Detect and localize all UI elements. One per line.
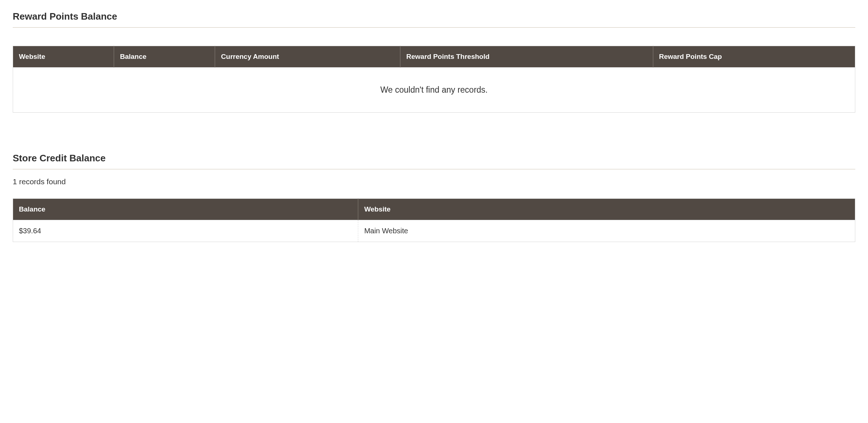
table-header-row: Balance Website	[13, 199, 855, 220]
table-header-row: Website Balance Currency Amount Reward P…	[13, 46, 855, 68]
store-credit-title: Store Credit Balance	[13, 153, 855, 164]
cell-balance: $39.64	[13, 220, 358, 242]
empty-row: We couldn't find any records.	[13, 68, 855, 113]
col-cap[interactable]: Reward Points Cap	[653, 46, 855, 68]
divider	[13, 169, 855, 169]
col-balance[interactable]: Balance	[114, 46, 215, 68]
empty-message: We couldn't find any records.	[13, 68, 855, 113]
records-found-label: 1 records found	[13, 177, 855, 186]
col-website[interactable]: Website	[358, 199, 855, 220]
reward-points-table: Website Balance Currency Amount Reward P…	[13, 46, 855, 113]
col-threshold[interactable]: Reward Points Threshold	[400, 46, 653, 68]
cell-website: Main Website	[358, 220, 855, 242]
table-row: $39.64 Main Website	[13, 220, 855, 242]
reward-points-title: Reward Points Balance	[13, 11, 855, 22]
col-currency-amount[interactable]: Currency Amount	[215, 46, 400, 68]
store-credit-table: Balance Website $39.64 Main Website	[13, 198, 855, 242]
divider	[13, 27, 855, 28]
col-balance[interactable]: Balance	[13, 199, 358, 220]
col-website[interactable]: Website	[13, 46, 114, 68]
